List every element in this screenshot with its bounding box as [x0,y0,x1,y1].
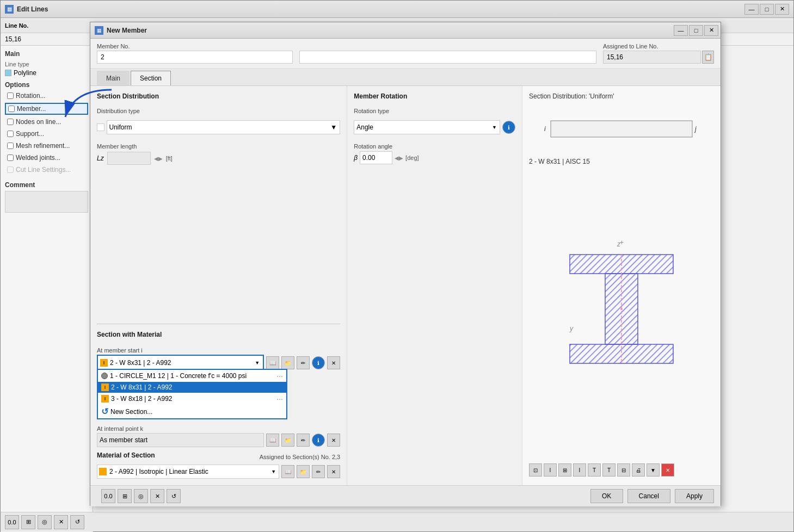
comment-input[interactable] [5,191,88,213]
dropdown-item-selected[interactable]: I 2 - W 8x31 | 2 - A992 [98,382,286,393]
svg-text:+: + [620,239,624,246]
sidebar-option-member[interactable]: Member... [5,103,88,115]
dialog-top-row: Member No. Assigned to Line No. 📋 [90,39,721,69]
options-label: Options [5,81,88,89]
dropdown-item-circle[interactable]: 1 - CIRCLE_M1 12 | 1 - Concrete f'c = 40… [98,370,286,382]
rp-btn-1[interactable]: ⊡ [529,463,542,477]
mesh-checkbox[interactable] [7,143,14,149]
material-folder-btn[interactable]: 📁 [297,465,310,478]
selected-icon: I [101,383,109,391]
rp-btn-4[interactable]: I [573,463,586,477]
dialog-tabs: Main Section [90,69,721,86]
svg-point-13 [620,308,623,310]
rot-type-select[interactable]: Angle [354,120,500,134]
section-book-btn[interactable]: 📖 [266,356,279,369]
tab-section[interactable]: Section [131,71,171,85]
apply-button[interactable]: Apply [675,489,714,503]
dropdown-item-new[interactable]: ↺ New Section... [98,405,286,418]
section-dropdown-popup: 1 - CIRCLE_M1 12 | 1 - Concrete f'c = 40… [97,369,287,419]
assigned-line-label: Assigned to Line No. [603,43,714,50]
new-member-dialog: ▦ New Member — □ ✕ Member No. Assigned t… [90,22,721,506]
sidebar-option-mesh[interactable]: Mesh refinement... [5,141,88,151]
sidebar-option-nodes[interactable]: Nodes on line... [5,117,88,127]
item3-icon: I [101,395,109,403]
material-select-wrapper: 2 - A992 | Isotropic | Linear Elastic ▼ [97,465,279,479]
dlg-toolbar-btn-2[interactable]: ⊞ [118,489,132,503]
nodes-checkbox[interactable] [7,119,14,125]
rp-btn-10[interactable]: ✕ [661,463,674,477]
section-material-header: Section with Material [97,329,340,344]
cutline-checkbox[interactable] [7,166,14,173]
dialog-maximize-btn[interactable]: □ [689,25,703,36]
rot-info-btn[interactable]: ℹ [502,121,515,134]
dropdown-item-3[interactable]: I 3 - W 8x18 | 2 - A992 ··· [98,393,286,405]
member-no-input[interactable] [97,51,293,64]
section-edit-btn[interactable]: ✏ [297,356,310,369]
cancel-button[interactable]: Cancel [627,489,670,503]
internal-folder-btn[interactable]: 📁 [281,434,294,447]
outer-close-btn[interactable]: ✕ [775,4,789,15]
tab-main[interactable]: Main [97,71,130,85]
dlg-toolbar-btn-1[interactable]: 0.0 [101,489,115,503]
material-edit-btn[interactable]: ✏ [312,465,325,478]
sidebar-option-welded[interactable]: Welded joints... [5,153,88,163]
lz-input[interactable] [107,152,151,165]
internal-edit-btn[interactable]: ✏ [297,434,310,447]
section-material-section: Section with Material At member start i … [97,324,340,479]
section-folder-btn[interactable]: 📁 [281,356,294,369]
beta-arrows: ◀▶ [395,155,403,161]
internal-info-btn[interactable]: ℹ [312,434,325,447]
rp-btn-7[interactable]: ⊟ [617,463,630,477]
rp-btn-2[interactable]: I [544,463,557,477]
toolbar-btn-1[interactable]: 0.0 [5,515,19,529]
rp-btn-5[interactable]: T [588,463,601,477]
rp-btn-9[interactable]: ▼ [647,463,660,477]
middle-input[interactable] [299,51,596,64]
ibeam-svg: z + [553,238,690,391]
dlg-toolbar-btn-3[interactable]: ◎ [134,489,148,503]
at-internal-input[interactable] [97,433,264,447]
ok-button[interactable]: OK [590,489,623,503]
member-checkbox[interactable] [8,106,15,112]
polyline-color-indicator [5,70,11,76]
welded-checkbox[interactable] [7,154,14,161]
rp-btn-3[interactable]: ⊞ [558,463,571,477]
lz-unit: [ft] [166,155,173,162]
dialog-minimize-btn[interactable]: — [674,25,688,36]
sidebar-option-cutline[interactable]: Cut Line Settings... [5,165,88,175]
assigned-line-input[interactable] [603,51,701,64]
outer-minimize-btn[interactable]: — [744,4,759,15]
sidebar-option-support[interactable]: Support... [5,129,88,139]
item1-more[interactable]: ··· [276,372,283,380]
section-select[interactable]: 2 - W 8x31 | 2 - A992 [98,356,263,370]
support-checkbox[interactable] [7,131,14,137]
outer-maximize-btn[interactable]: □ [760,4,774,15]
circle-icon [101,373,108,379]
dlg-toolbar-btn-4[interactable]: ✕ [150,489,164,503]
dialog-close-btn[interactable]: ✕ [704,25,718,36]
section-info-btn[interactable]: ℹ [312,356,325,369]
material-select[interactable]: 2 - A992 | Isotropic | Linear Elastic [97,465,279,479]
dlg-toolbar-btn-5[interactable]: ↺ [167,489,181,503]
section-delete-btn[interactable]: ✕ [327,356,340,369]
right-panel-toolbar: ⊡ I ⊞ I T T ⊟ 🖨 ▼ ✕ [529,461,714,479]
toolbar-btn-2[interactable]: ⊞ [21,515,35,529]
toolbar-btn-3[interactable]: ◎ [38,515,52,529]
lineno-copy-btn[interactable]: 📋 [702,51,714,64]
toolbar-btn-5[interactable]: ↺ [70,515,84,529]
sidebar-option-rotation[interactable]: Rotation... [5,91,88,101]
material-book-btn[interactable]: 📖 [281,465,294,478]
item3-more[interactable]: ··· [276,394,283,403]
rotation-checkbox[interactable] [7,92,14,99]
internal-delete-btn[interactable]: ✕ [327,434,340,447]
internal-book-btn[interactable]: 📖 [266,434,279,447]
rp-btn-6[interactable]: T [602,463,615,477]
toolbar-btn-4[interactable]: ✕ [54,515,68,529]
dialog-body: Section Distribution Distribution type U… [90,86,721,485]
dist-type-row: Uniform ▼ [97,120,340,134]
rp-btn-8[interactable]: 🖨 [632,463,645,477]
beta-input[interactable] [360,151,392,164]
dist-type-select[interactable]: Uniform [107,120,341,134]
material-delete-btn[interactable]: ✕ [327,465,340,478]
section-material-title: Section with Material [97,331,162,338]
